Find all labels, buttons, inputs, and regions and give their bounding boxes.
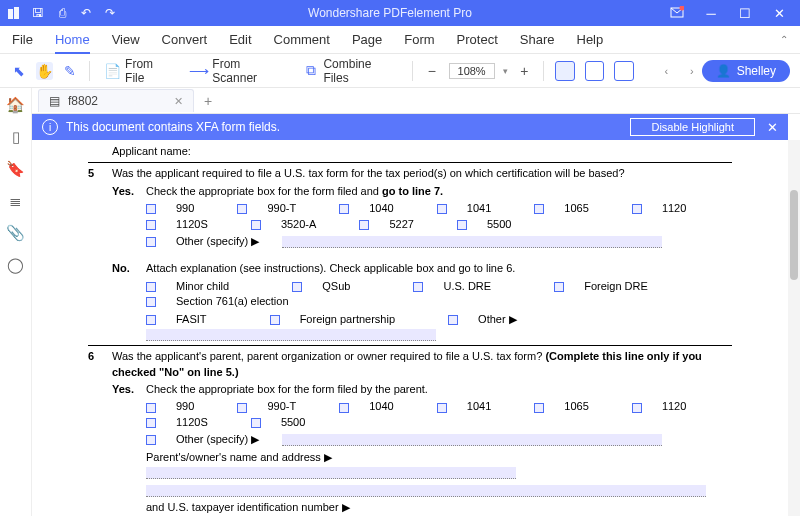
from-scanner-button[interactable]: ⟶From Scanner (186, 55, 290, 87)
tab-label: f8802 (68, 94, 98, 108)
menu-comment[interactable]: Comment (274, 32, 330, 47)
checkbox-1120s[interactable] (146, 220, 156, 230)
checkbox-6-other[interactable] (146, 435, 156, 445)
other-no-field[interactable] (146, 329, 436, 341)
zoom-in-button[interactable]: + (516, 62, 534, 80)
other-field-5[interactable] (282, 236, 662, 248)
checkbox-1065[interactable] (534, 204, 544, 214)
scrollbar[interactable] (788, 140, 800, 516)
line-6-number: 6 (88, 349, 112, 364)
parent-name-field[interactable] (146, 467, 516, 479)
tab-bar: ▤ f8802 ✕ + (32, 88, 800, 114)
from-file-button[interactable]: 📄From File (100, 55, 179, 87)
save-icon[interactable]: 🖫 (30, 5, 46, 21)
checkbox-other-5[interactable] (146, 237, 156, 247)
next-page-button[interactable]: › (690, 65, 694, 77)
menu-edit[interactable]: Edit (229, 32, 251, 47)
tab-close-icon[interactable]: ✕ (174, 95, 183, 108)
hand-tool-icon[interactable]: ✋ (36, 62, 54, 80)
checkbox-qsub[interactable] (292, 282, 302, 292)
info-message: This document contains XFA form fields. (66, 120, 630, 134)
menu-protect[interactable]: Protect (457, 32, 498, 47)
checkbox-fdre[interactable] (554, 282, 564, 292)
menu-page[interactable]: Page (352, 32, 382, 47)
menu-convert[interactable]: Convert (162, 32, 208, 47)
combine-icon: ⧉ (302, 62, 320, 80)
line-5-question: Was the applicant required to file a U.S… (112, 166, 732, 181)
checkbox-other-no[interactable] (448, 315, 458, 325)
checkbox-6-5500[interactable] (251, 418, 261, 428)
menu-file[interactable]: File (12, 32, 33, 47)
disable-highlight-button[interactable]: Disable Highlight (630, 118, 755, 136)
bookmark-icon[interactable]: 🔖 (7, 160, 25, 178)
checkbox-6-990[interactable] (146, 403, 156, 413)
checkbox-minor[interactable] (146, 282, 156, 292)
thumbnail-icon[interactable]: ▯ (7, 128, 25, 146)
checkbox-5500[interactable] (457, 220, 467, 230)
checkbox-1120[interactable] (632, 204, 642, 214)
title-bar: 🖫 ⎙ ↶ ↷ Wondershare PDFelement Pro ─ ☐ ✕ (0, 0, 800, 26)
page-layout-continuous-icon[interactable] (585, 61, 605, 81)
scrollbar-thumb[interactable] (790, 190, 798, 280)
checkbox-fpart[interactable] (270, 315, 280, 325)
other-6-field[interactable] (282, 434, 662, 446)
parent-name-field-2[interactable] (146, 485, 706, 497)
checkbox-990[interactable] (146, 204, 156, 214)
checkbox-6-1041[interactable] (437, 403, 447, 413)
window-title: Wondershare PDFelement Pro (118, 6, 662, 20)
checkbox-5227[interactable] (359, 220, 369, 230)
toolbar: ⬉ ✋ ✎ 📄From File ⟶From Scanner ⧉Combine … (0, 54, 800, 88)
redo-icon[interactable]: ↷ (102, 5, 118, 21)
edit-tool-icon[interactable]: ✎ (61, 62, 79, 80)
zoom-dropdown-icon[interactable]: ▾ (503, 66, 508, 76)
checkbox-usdre[interactable] (413, 282, 423, 292)
checkbox-fasit[interactable] (146, 315, 156, 325)
menu-help[interactable]: Help (577, 32, 604, 47)
menu-share[interactable]: Share (520, 32, 555, 47)
combine-files-button[interactable]: ⧉Combine Files (298, 55, 402, 87)
applicant-name-label: Applicant name: (88, 144, 732, 159)
checkbox-6-1065[interactable] (534, 403, 544, 413)
menu-home[interactable]: Home (55, 32, 90, 54)
checkbox-6-1120[interactable] (632, 403, 642, 413)
attachment-icon[interactable]: 📎 (7, 224, 25, 242)
maximize-button[interactable]: ☐ (730, 0, 760, 26)
checkbox-3520a[interactable] (251, 220, 261, 230)
menu-form[interactable]: Form (404, 32, 434, 47)
menu-collapse-icon[interactable]: ⌃ (780, 34, 788, 45)
page-layout-single-icon[interactable] (555, 61, 575, 81)
print-icon[interactable]: ⎙ (54, 5, 70, 21)
line-5-number: 5 (88, 166, 112, 181)
checkbox-990t[interactable] (237, 204, 247, 214)
user-icon: 👤 (716, 64, 731, 78)
app-logo-icon (6, 5, 22, 21)
minimize-button[interactable]: ─ (696, 0, 726, 26)
page-layout-facing-icon[interactable] (614, 61, 634, 81)
checkbox-6-1040[interactable] (339, 403, 349, 413)
checkbox-1040[interactable] (339, 204, 349, 214)
checkbox-761[interactable] (146, 297, 156, 307)
info-close-icon[interactable]: ✕ (767, 120, 778, 135)
comment-icon[interactable]: ◯ (7, 256, 25, 274)
user-button[interactable]: 👤Shelley (702, 60, 790, 82)
layers-icon[interactable]: ≣ (7, 192, 25, 210)
info-icon: i (42, 119, 58, 135)
document-viewport[interactable]: Applicant name: 5 Was the applicant requ… (32, 140, 788, 516)
new-tab-button[interactable]: + (204, 93, 212, 109)
checkbox-6-990t[interactable] (237, 403, 247, 413)
pdf-page: Applicant name: 5 Was the applicant requ… (32, 140, 788, 516)
svg-rect-0 (8, 9, 13, 19)
zoom-out-button[interactable]: − (423, 62, 441, 80)
menu-view[interactable]: View (112, 32, 140, 47)
pointer-tool-icon[interactable]: ⬉ (10, 62, 28, 80)
zoom-value[interactable]: 108% (449, 63, 495, 79)
checkbox-6-1120s[interactable] (146, 418, 156, 428)
info-bar: i This document contains XFA form fields… (32, 114, 788, 140)
checkbox-1041[interactable] (437, 204, 447, 214)
document-tab[interactable]: ▤ f8802 ✕ (38, 89, 194, 112)
home-icon[interactable]: 🏠 (7, 96, 25, 114)
prev-page-button[interactable]: ‹ (664, 65, 668, 77)
undo-icon[interactable]: ↶ (78, 5, 94, 21)
notification-icon[interactable] (662, 0, 692, 26)
close-button[interactable]: ✕ (764, 0, 794, 26)
